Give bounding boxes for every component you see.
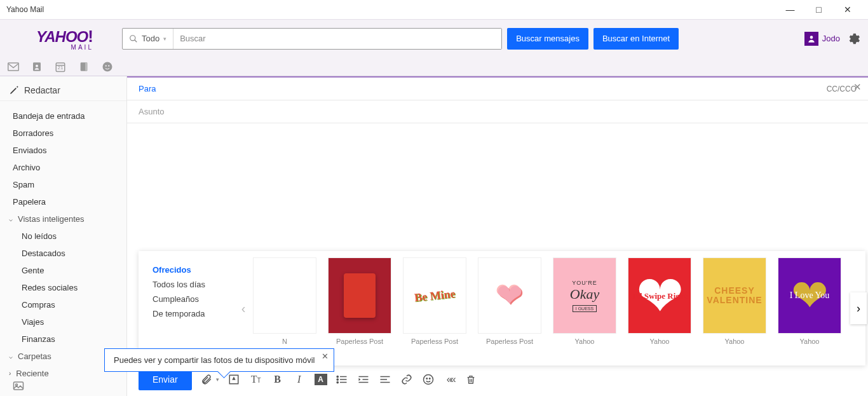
tooltip-close-button[interactable]: ✕ xyxy=(322,352,329,361)
link-icon[interactable] xyxy=(401,374,414,385)
svg-point-12 xyxy=(108,65,109,66)
sidebar-item-spam[interactable]: Spam xyxy=(0,176,126,193)
card-thumb-cheesy: CHEESYVALENTINE xyxy=(703,257,766,334)
indent-icon[interactable] xyxy=(358,375,370,384)
sidebar-item-unread[interactable]: No leídos xyxy=(0,228,126,245)
svg-point-0 xyxy=(130,35,135,40)
search-scope-dropdown[interactable]: Todo ▾ xyxy=(123,29,173,49)
stationery-card[interactable]: Be Mine Paperless Post xyxy=(403,257,466,359)
attach-icon[interactable] xyxy=(201,374,214,385)
stationery-cards: N Paperless Post Be Mine Paperless Post … xyxy=(253,251,865,365)
photos-icon[interactable] xyxy=(13,381,24,391)
attach-dropdown-icon[interactable]: ▾ xyxy=(216,376,219,383)
notepad-icon[interactable] xyxy=(79,61,89,72)
stationery-cat-birthday[interactable]: Cumpleaños xyxy=(153,292,227,306)
sidebar-item-people[interactable]: Gente xyxy=(0,262,126,279)
chevron-down-icon: ▾ xyxy=(163,36,166,42)
card-thumb-red-envelope xyxy=(328,257,391,334)
card-thumb-rose-heart xyxy=(478,257,541,334)
trash-icon[interactable] xyxy=(466,374,478,385)
user-menu[interactable]: Jodo xyxy=(804,32,840,46)
stationery-card[interactable]: N xyxy=(253,257,316,359)
window-minimize-button[interactable]: ― xyxy=(776,0,804,19)
search-icon xyxy=(129,34,138,43)
sidebar-item-finance[interactable]: Finanzas xyxy=(0,331,126,348)
app-header: YAHOO! MAIL Todo ▾ Buscar mensajes Busca… xyxy=(0,19,868,57)
card-thumb-iloveyou: I Love You xyxy=(778,257,841,334)
window-titlebar: Yahoo Mail ― □ ✕ xyxy=(0,0,868,19)
stationery-card[interactable]: YOU'RE Okay I GUESS Yahoo xyxy=(553,257,616,359)
font-size-icon[interactable]: TT xyxy=(250,374,262,385)
svg-point-5 xyxy=(36,64,38,67)
contacts-icon[interactable] xyxy=(32,62,42,72)
svg-point-10 xyxy=(103,62,112,71)
emoji-icon[interactable] xyxy=(423,374,435,385)
card-thumb-blank xyxy=(253,257,316,334)
stationery-cat-seasonal[interactable]: De temporada xyxy=(153,306,227,321)
svg-point-16 xyxy=(337,376,338,377)
stationery-icon[interactable] xyxy=(228,374,241,385)
bullet-list-icon[interactable] xyxy=(336,375,349,384)
close-compose-button[interactable]: ✕ xyxy=(853,81,862,93)
stationery-cat-featured[interactable]: Ofrecidos xyxy=(153,263,227,277)
sidebar-item-shopping[interactable]: Compras xyxy=(0,296,126,313)
stationery-cat-everyday[interactable]: Todos los días xyxy=(153,277,227,292)
svg-rect-13 xyxy=(14,382,24,390)
sidebar-item-inbox[interactable]: Bandeja de entrada xyxy=(0,107,126,125)
messenger-icon[interactable] xyxy=(102,61,113,72)
svg-point-20 xyxy=(337,381,338,383)
card-thumb-be-mine: Be Mine xyxy=(403,257,466,334)
search-web-button[interactable]: Buscar en Internet xyxy=(593,28,679,50)
compose-button[interactable]: Redactar xyxy=(0,80,126,101)
stationery-card[interactable]: I'd Swipe Right Yahoo xyxy=(628,257,691,359)
to-field-row: Para CC/CCO xyxy=(127,78,868,100)
cc-cco-toggle[interactable]: CC/CCO xyxy=(827,85,857,93)
italic-icon[interactable]: I xyxy=(293,374,306,385)
mail-icon[interactable] xyxy=(8,62,19,71)
stationery-card[interactable]: Paperless Post xyxy=(328,257,391,359)
sidebar-item-travel[interactable]: Viajes xyxy=(0,313,126,331)
to-input[interactable] xyxy=(165,84,826,93)
sidebar-item-drafts[interactable]: Borradores xyxy=(0,125,126,142)
send-button[interactable]: Enviar xyxy=(139,369,192,390)
sidebar-item-social[interactable]: Redes sociales xyxy=(0,279,126,296)
search-box: Todo ▾ xyxy=(122,28,502,50)
stationery-card[interactable]: CHEESYVALENTINE Yahoo xyxy=(703,257,766,359)
window-close-button[interactable]: ✕ xyxy=(833,0,862,19)
sidebar-item-trash[interactable]: Papelera xyxy=(0,193,126,210)
pencil-icon xyxy=(9,85,19,95)
photos-tooltip: Puedes ver y compartir las fotos de tu d… xyxy=(104,348,334,372)
calendar-icon[interactable]: 21 xyxy=(55,61,66,72)
stationery-card[interactable]: Paperless Post xyxy=(478,257,541,359)
search-messages-button[interactable]: Buscar mensajes xyxy=(507,28,588,50)
stationery-next-button[interactable]: › xyxy=(850,292,867,324)
collapse-icon[interactable]: «« xyxy=(444,374,457,385)
card-thumb-swipe-right: I'd Swipe Right xyxy=(628,257,691,334)
yahoo-mail-logo[interactable]: YAHOO! MAIL xyxy=(8,27,122,51)
sidebar-item-starred[interactable]: Destacados xyxy=(0,245,126,262)
svg-point-30 xyxy=(429,378,430,379)
svg-line-1 xyxy=(135,39,137,42)
svg-rect-9 xyxy=(85,62,87,71)
compose-pane: ✕ Para CC/CCO Ofrecidos Todos los días C… xyxy=(127,76,868,396)
sidebar-item-sent[interactable]: Enviados xyxy=(0,142,126,159)
window-maximize-button[interactable]: □ xyxy=(804,0,833,19)
sidebar-section-smart-views[interactable]: Vistas inteligentes xyxy=(0,210,126,228)
svg-point-29 xyxy=(426,378,428,379)
align-icon[interactable] xyxy=(379,375,392,384)
sidebar-item-archive[interactable]: Archivo xyxy=(0,159,126,176)
stationery-card[interactable]: I Love You Yahoo xyxy=(778,257,841,359)
settings-gear-icon[interactable] xyxy=(846,32,860,46)
svg-point-2 xyxy=(810,36,813,39)
subject-input[interactable] xyxy=(139,107,857,116)
message-body-area[interactable]: Ofrecidos Todos los días Cumpleaños De t… xyxy=(127,123,868,396)
svg-point-18 xyxy=(337,379,338,380)
svg-point-11 xyxy=(105,65,107,66)
card-thumb-okay: YOU'RE Okay I GUESS xyxy=(553,257,616,334)
text-color-icon[interactable]: A xyxy=(315,374,327,385)
to-label: Para xyxy=(139,84,156,93)
svg-rect-3 xyxy=(8,63,19,71)
svg-point-28 xyxy=(423,375,433,385)
bold-icon[interactable]: B xyxy=(271,374,284,385)
search-input[interactable] xyxy=(173,29,501,49)
